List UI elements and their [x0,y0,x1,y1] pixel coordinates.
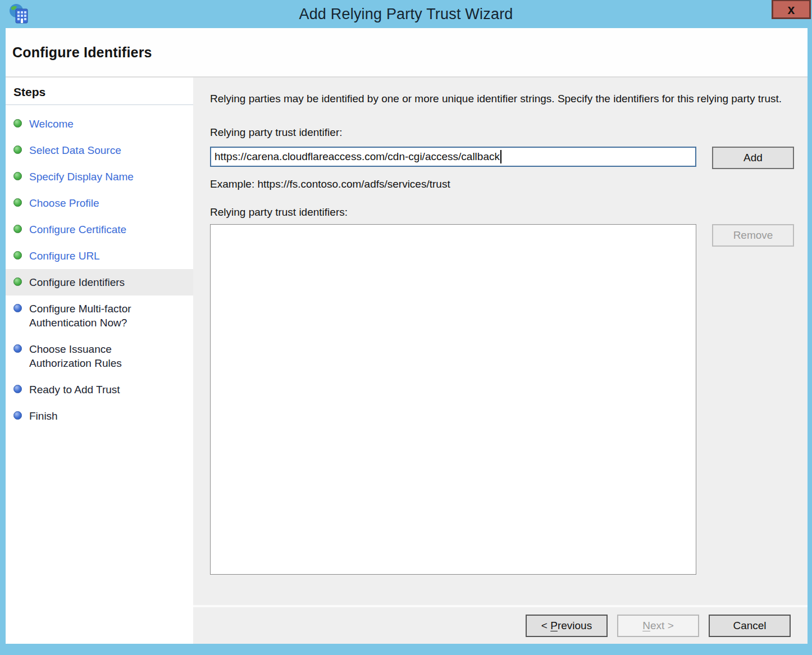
next-button[interactable]: Next > [617,615,699,637]
step-bullet-done-icon [13,251,22,260]
step-label: Specify Display Name [29,170,134,184]
step-bullet-upcoming-icon [13,411,22,420]
step-label: Choose Profile [29,196,99,210]
step-label: Configure Identifiers [29,275,125,289]
step-bullet-done-icon [13,278,22,286]
step-label: Choose Issuance Authorization Rules [29,342,152,370]
step-bullet-upcoming-icon [13,385,22,393]
previous-button[interactable]: < Previous [526,615,608,637]
step-label: Finish [29,409,58,423]
identifier-label: Relying party trust identifier: [210,126,794,139]
step-bullet-done-icon [13,172,22,180]
window-title: Add Relying Party Trust Wizard [0,6,812,23]
step-bullet-done-icon [13,198,22,207]
step-item[interactable]: Choose Profile [6,190,193,216]
step-bullet-upcoming-icon [13,304,22,312]
close-button[interactable]: x [772,0,811,19]
intro-text: Relying parties may be identified by one… [210,91,788,106]
step-label: Ready to Add Trust [29,383,120,397]
wizard-window: Add Relying Party Trust Wizard x Configu… [0,0,812,655]
titlebar: Add Relying Party Trust Wizard x [0,0,812,28]
step-bullet-upcoming-icon [13,344,22,353]
cancel-button[interactable]: Cancel [709,615,791,637]
step-item[interactable]: Select Data Source [6,137,193,163]
step-item[interactable]: Welcome [6,111,193,137]
step-label: Configure Multi-factor Authentication No… [29,302,152,330]
add-button[interactable]: Add [712,147,794,169]
remove-button[interactable]: Remove [712,224,794,247]
identifiers-listbox[interactable] [210,224,696,575]
step-bullet-done-icon [13,145,22,154]
step-item: Configure Identifiers [6,269,193,295]
step-bullet-done-icon [13,225,22,233]
step-label: Configure URL [29,249,100,263]
text-caret [500,150,501,163]
step-item: Ready to Add Trust [6,376,193,403]
page-header: Configure Identifiers [6,28,808,78]
step-bullet-done-icon [13,119,22,128]
step-label: Select Data Source [29,143,121,157]
footer-bar: < Previous Next > Cancel [193,605,808,644]
step-item: Finish [6,403,193,429]
identifier-input[interactable]: https://carena.cloudflareaccess.com/cdn-… [210,147,696,167]
step-label: Welcome [29,117,74,131]
step-item: Choose Issuance Authorization Rules [6,336,193,376]
wizard-inner: Configure Identifiers Steps WelcomeSelec… [6,28,808,644]
steps-heading: Steps [6,78,193,105]
steps-panel: Steps WelcomeSelect Data SourceSpecify D… [6,78,193,644]
page-heading: Configure Identifiers [12,44,152,61]
identifiers-list-label: Relying party trust identifiers: [210,206,794,219]
step-item: Configure Multi-factor Authentication No… [6,295,193,336]
content-pane: Relying parties may be identified by one… [193,78,808,605]
step-item[interactable]: Specify Display Name [6,163,193,190]
steps-list: WelcomeSelect Data SourceSpecify Display… [6,105,193,429]
step-item[interactable]: Configure URL [6,243,193,269]
step-item[interactable]: Configure Certificate [6,216,193,243]
adfs-app-icon [8,3,30,25]
step-label: Configure Certificate [29,222,126,236]
identifier-input-value: https://carena.cloudflareaccess.com/cdn-… [215,151,500,163]
example-text: Example: https://fs.contoso.com/adfs/ser… [210,178,794,190]
